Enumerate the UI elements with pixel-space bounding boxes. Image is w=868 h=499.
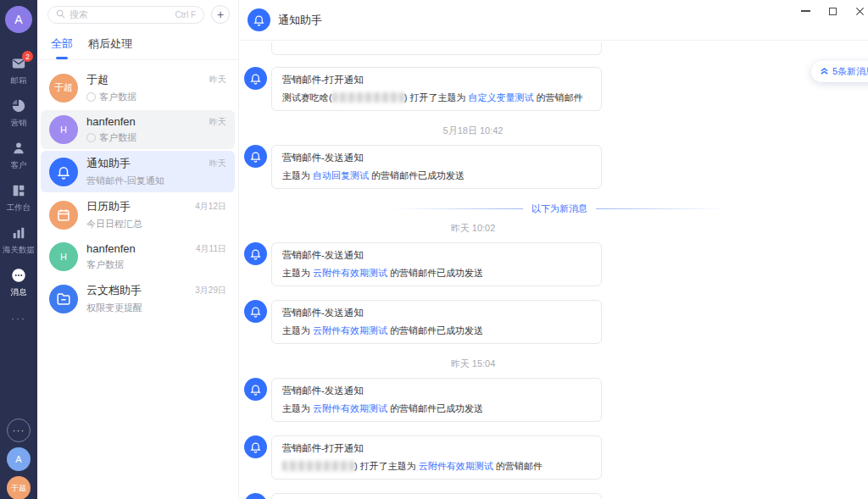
list-item-main: 云文档助手3月29日权限变更提醒 [86, 283, 226, 314]
message-card: 营销邮件-打开通知) 打开了主题为 云附件有效期测试 的营销邮件 [271, 435, 602, 480]
sidebar-item-customs[interactable]: 海关数据 [0, 219, 37, 262]
message-timeline: 营销邮件-打开通知测试赛吃啥() 打开了主题为 自定义变量测试 的营销邮件5月1… [239, 41, 868, 499]
contact-name: 日历助手 [86, 199, 131, 214]
message-row: 营销邮件-发送通知主题为 自动回复测试 的营销邮件已成功发送 [244, 145, 868, 189]
subject-link[interactable]: 自定义变量测试 [468, 92, 533, 103]
conversation-list: 于超于超昨天客户数据Hhanfenfen昨天客户数据通知助手昨天营销邮件-回复通… [37, 60, 238, 321]
subject-link[interactable]: 云附件有效期测试 [313, 403, 387, 413]
message-time: 昨天 [209, 158, 226, 169]
message-time: 4月12日 [195, 201, 226, 213]
avatar-yuchao[interactable]: 于超 [7, 476, 31, 499]
sidebar-item-mail[interactable]: 2邮箱 [0, 50, 37, 92]
subject-link[interactable]: 云附件有效期测试 [313, 268, 387, 278]
list-item-main: hanfenfen昨天客户数据 [86, 115, 226, 144]
new-messages-pill[interactable]: 5条新消息 [811, 61, 868, 82]
minimize-button[interactable] [792, 0, 819, 22]
customs-icon [10, 225, 27, 241]
sidebar-item-customers[interactable]: 客户 [0, 135, 37, 177]
avatar: H [49, 115, 78, 144]
sidebar-item-messages[interactable]: 消息 [0, 262, 37, 304]
message-row: 营销邮件-回复通知) 回复了主题为 云附件有效期测试 的营销邮件 [244, 493, 868, 499]
list-item-main: 日历助手4月12日今日日程汇总 [86, 199, 226, 230]
list-item-2[interactable]: 通知助手昨天营销邮件-回复通知 [41, 151, 235, 192]
message-card-partial [271, 42, 602, 55]
list-item-4[interactable]: Hhanfenfen4月11日客户数据 [41, 237, 235, 276]
message-preview-text: 今日日程汇总 [86, 218, 142, 230]
list-item-3[interactable]: 日历助手4月12日今日日程汇总 [41, 194, 235, 236]
message-title: 营销邮件-发送通知 [282, 385, 591, 397]
sidebar-item-label: 邮箱 [11, 75, 27, 86]
add-button[interactable]: + [211, 5, 230, 24]
timestamp: 昨天 10:02 [244, 222, 702, 235]
nav-rail: A 2邮箱营销客户工作台海关数据消息 ··· ···A于超 [0, 0, 37, 499]
contact-name: 云文档助手 [86, 283, 142, 298]
message-time: 4月11日 [196, 243, 226, 255]
message-preview: 客户数据 [86, 91, 226, 103]
list-item-5[interactable]: 云文档助手3月29日权限变更提醒 [41, 278, 235, 319]
list-item-top: hanfenfen4月11日 [86, 242, 226, 255]
search-box[interactable]: Ctrl F [47, 6, 204, 24]
maximize-button[interactable] [819, 0, 846, 22]
search-icon [56, 7, 65, 22]
rail-bottom-avatars: ···A于超 [0, 419, 37, 499]
list-item-0[interactable]: 于超于超昨天客户数据 [41, 67, 235, 108]
sidebar-item-marketing[interactable]: 营销 [0, 92, 37, 135]
list-item-main: hanfenfen4月11日客户数据 [86, 242, 226, 271]
message-preview-text: 权限变更提醒 [86, 302, 142, 314]
new-messages-divider: 以下为新消息 [244, 202, 868, 215]
bell-icon [49, 158, 78, 186]
window-controls [792, 0, 868, 22]
chat-title: 通知助手 [278, 13, 322, 28]
message-preview: 客户数据 [86, 131, 226, 144]
message-title: 营销邮件-打开通知 [282, 74, 591, 86]
message-card: 营销邮件-发送通知主题为 自动回复测试 的营销邮件已成功发送 [271, 145, 602, 189]
sidebar-item-label: 工作台 [7, 202, 31, 213]
message-preview-text: 客户数据 [99, 91, 136, 103]
sidebar-item-label: 消息 [11, 286, 27, 297]
message-body: 主题为 云附件有效期测试 的营销邮件已成功发送 [282, 402, 591, 415]
avatar-a[interactable]: A [7, 447, 31, 471]
bell-icon [244, 435, 267, 458]
chevrons-up-icon [820, 66, 829, 77]
message-preview: 权限变更提醒 [86, 302, 226, 314]
close-button[interactable] [846, 0, 868, 22]
tab-all[interactable]: 全部 [51, 36, 73, 59]
todo-circle-icon [86, 133, 96, 142]
customers-icon [10, 140, 27, 157]
list-item-1[interactable]: Hhanfenfen昨天客户数据 [41, 110, 235, 149]
messages-icon [10, 267, 27, 284]
bell-icon [244, 145, 267, 168]
subject-link[interactable]: 自动回复测试 [313, 170, 369, 180]
workspace-avatar[interactable]: A [5, 6, 32, 33]
search-input[interactable] [70, 9, 171, 19]
contact-name: 于超 [86, 72, 108, 87]
unread-badge: 2 [22, 51, 33, 62]
divider-line [392, 208, 523, 209]
redacted-email [282, 461, 354, 471]
new-messages-pill-label: 5条新消息 [832, 65, 868, 78]
message-title: 营销邮件-打开通知 [282, 442, 591, 455]
app-window: A 2邮箱营销客户工作台海关数据消息 ··· ···A于超 Ctrl F + 全… [0, 0, 868, 499]
chat-header: 通知助手 [239, 0, 868, 41]
rail-nav: 2邮箱营销客户工作台海关数据消息 [0, 50, 37, 304]
message-time: 昨天 [209, 116, 226, 128]
rail-more-button[interactable]: ··· [11, 313, 26, 324]
subject-link[interactable]: 云附件有效期测试 [419, 461, 493, 471]
bell-icon [244, 300, 267, 323]
divider-label: 以下为新消息 [523, 202, 596, 215]
sidebar-item-label: 海关数据 [3, 244, 35, 255]
subject-link[interactable]: 云附件有效期测试 [313, 325, 387, 335]
list-item-top: 日历助手4月12日 [86, 199, 226, 214]
more-contacts[interactable]: ··· [7, 419, 31, 442]
sidebar-item-label: 客户 [11, 159, 27, 170]
bell-icon [244, 242, 267, 265]
sidebar-item-workbench[interactable]: 工作台 [0, 177, 37, 219]
message-card: 营销邮件-打开通知测试赛吃啥() 打开了主题为 自定义变量测试 的营销邮件 [271, 67, 602, 111]
mail-icon: 2 [10, 55, 27, 72]
message-preview: 客户数据 [86, 258, 226, 271]
search-shortcut-hint: Ctrl F [175, 10, 196, 19]
message-row: 营销邮件-发送通知主题为 云附件有效期测试 的营销邮件已成功发送 [244, 242, 868, 286]
contact-name: 通知助手 [86, 156, 131, 171]
workbench-icon [10, 182, 27, 199]
tab-later[interactable]: 稍后处理 [88, 36, 132, 59]
